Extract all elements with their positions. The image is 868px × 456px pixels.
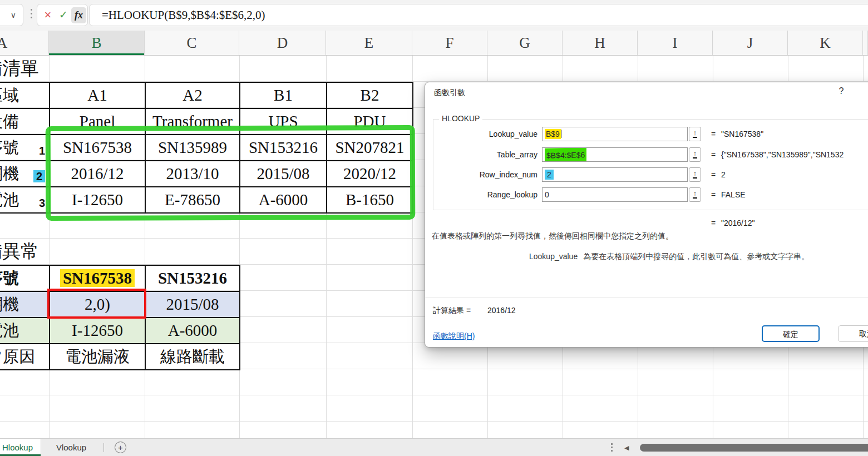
function-arguments-dialog: 函數引數 ? HLOOKUP Lookup_value B$9 ↑ = "SN1…: [425, 82, 868, 348]
row-label-cell[interactable]: 異常原因: [0, 344, 50, 370]
table-cell[interactable]: A2: [145, 82, 240, 108]
calc-result-label: 計算結果 =: [433, 306, 471, 316]
yellow-highlight: B$9: [545, 129, 561, 139]
table-row: 序號 SN167538 SN153216: [0, 265, 240, 291]
column-header-b[interactable]: B: [49, 31, 145, 55]
field-label: Row_index_num: [425, 170, 537, 179]
row-label-cell[interactable]: 序號1: [0, 135, 50, 161]
add-sheet-button[interactable]: +: [115, 442, 126, 453]
column-header-f[interactable]: F: [412, 31, 487, 55]
lookup-value-cell[interactable]: SN167538: [50, 265, 145, 291]
equals-sign: =: [711, 130, 716, 138]
row-label-cell[interactable]: 設備: [0, 108, 50, 135]
name-box[interactable]: ∨: [0, 4, 23, 26]
formula-buttons: × ✓ fx: [37, 4, 88, 26]
tab-divider: [103, 443, 104, 452]
table-row: 異常原因 電池漏液 線路斷載: [0, 344, 240, 370]
table-cell[interactable]: A1: [50, 82, 145, 108]
calc-result-value: 2016/12: [487, 306, 516, 315]
sheet-tab-bar: Hlookup Vlookup + ◀: [0, 438, 868, 456]
scroll-left-icon[interactable]: ◀: [624, 444, 629, 452]
column-header-c[interactable]: C: [145, 31, 239, 55]
table1-title[interactable]: 設備清單: [0, 56, 49, 82]
field-row-lookup-value: Lookup_value B$9 ↑ = "SN167538": [425, 127, 868, 141]
collapse-arrow-icon: ↑: [693, 190, 698, 199]
table-row: 電池 I-12650 A-6000: [0, 318, 240, 344]
column-header-h[interactable]: H: [563, 31, 638, 55]
field-result: 2: [721, 170, 726, 179]
field-row-table-array: Table_array $B$4:$E$6 ↑ = {"SN167538","S…: [425, 147, 868, 162]
row-label-cell[interactable]: 區域: [0, 82, 50, 108]
field-label: Lookup_value: [425, 130, 537, 138]
row-label-cell[interactable]: 關機2: [0, 161, 50, 187]
enter-entry-icon[interactable]: ✓: [56, 4, 71, 26]
row-label-cell[interactable]: 電池3: [0, 187, 50, 213]
cancel-entry-icon[interactable]: ×: [41, 4, 55, 26]
row-index-num-input[interactable]: 2: [542, 167, 688, 182]
table-cell[interactable]: I-12650: [50, 318, 145, 344]
column-header-k[interactable]: K: [788, 31, 863, 55]
table-cell[interactable]: 電池漏液: [50, 344, 145, 370]
equals-sign: =: [711, 170, 716, 179]
ok-button[interactable]: 確定: [762, 325, 820, 342]
column-header-g[interactable]: G: [487, 31, 563, 55]
equals-sign: =: [711, 150, 716, 159]
field-result: "SN167538": [721, 130, 763, 138]
excel-window: ∨ × ✓ fx =HLOOKUP(B$9,$B$4:$E$6,2,0) A B…: [0, 0, 868, 456]
column-header-j[interactable]: J: [713, 31, 788, 55]
column-header-a[interactable]: A: [0, 31, 49, 55]
lookup-value-input[interactable]: B$9: [542, 127, 688, 141]
field-label: Table_array: [425, 150, 537, 159]
range-lookup-input[interactable]: 0: [542, 187, 688, 202]
table-cell[interactable]: B1: [240, 82, 327, 108]
function-help-link[interactable]: 函數說明(H): [433, 331, 475, 341]
tab-hlookup[interactable]: Hlookup: [0, 439, 41, 456]
table-cell[interactable]: B2: [327, 82, 413, 108]
text-cursor: [561, 130, 561, 138]
equals-sign: =: [711, 190, 716, 199]
green-highlight: $B$4:$E$6: [545, 147, 586, 162]
column-header-partial[interactable]: [863, 31, 868, 55]
table2-title[interactable]: 設備異常: [0, 239, 49, 265]
column-headers: A B C D E F G H I J K: [0, 31, 868, 56]
field-row-row-index-num: Row_index_num 2 ↑ = 2: [425, 167, 868, 182]
row-index-annotation: 1: [39, 145, 45, 156]
table-cell[interactable]: 2015/08: [145, 291, 240, 318]
field-label: Range_lookup: [425, 190, 537, 199]
scrollbar-resize-handle-icon[interactable]: [611, 443, 613, 452]
row-label-cell[interactable]: 序號: [0, 265, 50, 291]
parameter-name: Lookup_value: [529, 252, 578, 261]
drag-handle-icon[interactable]: [31, 9, 32, 18]
collapse-dialog-button[interactable]: ↑: [689, 187, 701, 202]
red-box-annotation: [47, 289, 146, 319]
table-row: 區域 A1 A2 B1 B2: [0, 82, 413, 108]
row-label-cell[interactable]: 電池: [0, 318, 50, 344]
horizontal-scrollbar-thumb[interactable]: [640, 444, 868, 452]
column-header-d[interactable]: D: [239, 31, 326, 55]
collapse-dialog-button[interactable]: ↑: [689, 147, 701, 162]
insert-function-button[interactable]: fx: [71, 7, 86, 23]
formula-input[interactable]: =HLOOKUP(B$9,$B$4:$E$6,2,0): [89, 4, 868, 26]
table-array-input[interactable]: $B$4:$E$6: [542, 147, 688, 162]
parameter-help: Lookup_value為要在表格頂端列中搜尋的值，此引數可為值、參考或文字字串…: [529, 252, 809, 262]
green-marker-annotation: [46, 125, 416, 221]
cancel-button[interactable]: 取消: [838, 325, 868, 342]
table-cell[interactable]: A-6000: [145, 318, 240, 344]
dialog-separator: [425, 297, 868, 298]
yellow-highlight: SN167538: [60, 269, 135, 287]
column-header-e[interactable]: E: [326, 31, 412, 55]
table-cell[interactable]: 線路斷載: [145, 344, 240, 370]
tab-vlookup[interactable]: Vlookup: [42, 439, 100, 456]
column-header-i[interactable]: I: [638, 31, 713, 55]
collapse-dialog-button[interactable]: ↑: [689, 127, 701, 141]
dialog-title: 函數引數: [434, 88, 465, 98]
help-icon[interactable]: ?: [836, 86, 847, 96]
chevron-down-icon[interactable]: ∨: [11, 4, 16, 26]
row-index-annotation-highlighted: 2: [33, 170, 45, 182]
formula-bar: ∨ × ✓ fx =HLOOKUP(B$9,$B$4:$E$6,2,0): [0, 0, 868, 31]
field-result: {"SN167538","SN135989","SN1532: [721, 150, 844, 159]
collapse-dialog-button[interactable]: ↑: [689, 167, 701, 182]
row-label-cell[interactable]: 關機: [0, 291, 50, 318]
formula-text: =HLOOKUP(B$9,$B$4:$E$6,2,0): [102, 4, 265, 26]
table-cell[interactable]: SN153216: [145, 265, 240, 291]
